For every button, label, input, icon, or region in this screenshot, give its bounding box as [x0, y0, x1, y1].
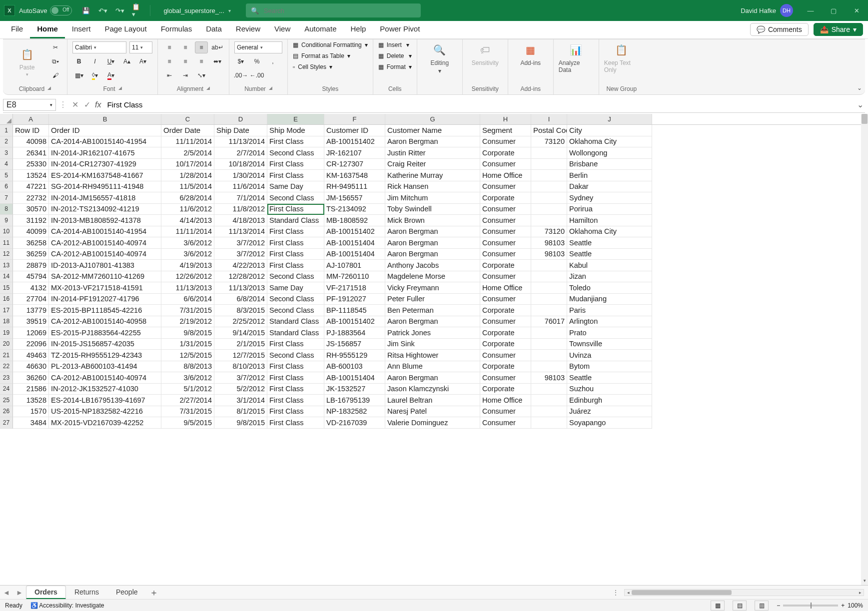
format-as-table-button[interactable]: ▤ Format as Table ▾ [293, 52, 368, 59]
column-header[interactable]: D [214, 114, 267, 124]
comments-button[interactable]: 💬 Comments [750, 23, 809, 36]
cell[interactable]: 73120 [531, 226, 567, 238]
cell[interactable]: Katherine Murray [385, 170, 480, 181]
editing-button[interactable]: 🔍Editing▾ [422, 41, 457, 74]
cell[interactable]: 73120 [531, 136, 567, 148]
cell-styles-button[interactable]: ▫ Cell Styles ▾ [293, 63, 368, 70]
cell[interactable]: Seattle [567, 249, 652, 260]
decrease-indent-button[interactable]: ⇤ [163, 69, 176, 81]
cell[interactable]: 1/31/2015 [161, 339, 214, 350]
cell[interactable]: CA-2014-AB10015140-41954 [49, 226, 161, 238]
column-header[interactable]: A [13, 114, 49, 124]
cell[interactable]: Toby Swindell [385, 204, 480, 215]
row-header[interactable]: 8 [0, 204, 13, 215]
cell[interactable]: Standard Class [267, 327, 324, 339]
cell[interactable]: Consumer [480, 350, 531, 361]
dialog-launcher-icon[interactable]: ◢ [206, 85, 210, 92]
cell[interactable]: Bytom [567, 361, 652, 373]
cell[interactable]: IN-2014-PF1912027-41796 [49, 294, 161, 305]
cell[interactable]: Second Class [267, 147, 324, 159]
cell[interactable]: Toledo [567, 282, 652, 294]
font-size-combo[interactable]: 11▾ [129, 41, 152, 53]
search-input[interactable] [263, 6, 416, 15]
row-header[interactable]: 15 [0, 282, 13, 294]
close-button[interactable]: ✕ [845, 0, 868, 21]
cell[interactable]: Same Day [267, 282, 324, 294]
cell[interactable]: Patrick Jones [385, 327, 480, 339]
cell[interactable]: IN-2014-CR127307-41929 [49, 159, 161, 170]
cell[interactable]: 3/7/2012 [214, 372, 267, 384]
cell[interactable]: 2/27/2014 [161, 395, 214, 406]
cell[interactable]: 3/1/2014 [214, 395, 267, 406]
row-header[interactable]: 11 [0, 237, 13, 249]
tab-insert[interactable]: Insert [65, 21, 98, 38]
cell[interactable]: Corporate [480, 147, 531, 159]
row-header[interactable]: 1 [0, 125, 13, 136]
column-header[interactable]: J [567, 114, 652, 124]
font-name-combo[interactable]: Calibri▾ [72, 41, 126, 53]
cell[interactable]: 12/28/2012 [214, 271, 267, 283]
redo-icon[interactable]: ↷▾ [115, 5, 125, 15]
cell[interactable]: Jason Klamczynski [385, 384, 480, 395]
cell[interactable]: 11/13/2014 [214, 136, 267, 148]
cell[interactable]: LB-16795139 [324, 395, 385, 406]
cell[interactable]: Seattle [567, 372, 652, 384]
file-name-chip[interactable]: global_superstore_... ▾ [163, 7, 230, 14]
cell[interactable]: First Class [267, 237, 324, 249]
row-header[interactable]: 14 [0, 271, 13, 283]
borders-button[interactable]: ▦▾ [72, 69, 85, 81]
save-icon[interactable]: 💾 [81, 5, 91, 15]
cell[interactable]: 7/31/2015 [161, 305, 214, 316]
fx-icon[interactable]: fx [95, 100, 101, 109]
cell[interactable]: AJ-107801 [324, 260, 385, 271]
cell[interactable]: Consumer [480, 237, 531, 249]
cell[interactable]: Home Office [480, 395, 531, 406]
cell[interactable]: 8/10/2013 [214, 361, 267, 373]
cell[interactable]: ID-2013-AJ107801-41383 [49, 260, 161, 271]
cell[interactable]: Juárez [567, 406, 652, 418]
cell[interactable] [531, 215, 567, 226]
wrap-text-button[interactable]: ab↵ [211, 41, 224, 53]
cell[interactable] [531, 170, 567, 181]
cell[interactable]: PF-1912027 [324, 294, 385, 305]
align-center-button[interactable]: ≡ [179, 55, 192, 67]
cell[interactable]: 9/5/2015 [161, 417, 214, 429]
cell[interactable] [531, 417, 567, 429]
cell[interactable]: Standard Class [267, 316, 324, 328]
cell[interactable] [531, 361, 567, 373]
add-sheet-button[interactable]: ＋ [146, 587, 161, 599]
row-header[interactable]: 9 [0, 215, 13, 226]
cell[interactable]: Consumer [480, 316, 531, 328]
scroll-thumb[interactable] [632, 590, 732, 595]
cell[interactable]: 4132 [13, 282, 49, 294]
row-header[interactable]: 5 [0, 170, 13, 181]
cell[interactable]: Corporate [480, 305, 531, 316]
cell[interactable]: Jizan [567, 271, 652, 283]
cell[interactable]: 3/6/2012 [161, 372, 214, 384]
row-header[interactable]: 3 [0, 147, 13, 159]
increase-font-button[interactable]: A▴ [120, 55, 133, 67]
cell[interactable]: 98103 [531, 237, 567, 249]
cell[interactable] [531, 294, 567, 305]
cell[interactable]: Aaron Bergman [385, 136, 480, 148]
cell[interactable]: Consumer [480, 159, 531, 170]
cell[interactable]: 22732 [13, 192, 49, 204]
cell[interactable]: 10/17/2014 [161, 159, 214, 170]
merge-button[interactable]: ⬌▾ [211, 55, 224, 67]
cell[interactable]: RH-9495111 [324, 181, 385, 193]
row-header[interactable]: 23 [0, 372, 13, 384]
row-header[interactable]: 13 [0, 260, 13, 271]
cell[interactable]: First Class [267, 339, 324, 350]
cell[interactable]: AB-100151402 [324, 316, 385, 328]
cell[interactable]: 11/13/2013 [161, 282, 214, 294]
cell[interactable]: Second Class [267, 305, 324, 316]
enter-formula-button[interactable]: ✓ [82, 100, 92, 109]
cell[interactable]: 2/5/2014 [161, 147, 214, 159]
accessibility-status[interactable]: ♿ Accessibility: Investigate [30, 602, 104, 609]
cell[interactable]: 2/1/2015 [214, 339, 267, 350]
cell[interactable] [531, 395, 567, 406]
cell[interactable]: 21586 [13, 384, 49, 395]
cell[interactable]: 6/8/2014 [214, 294, 267, 305]
cell[interactable]: 1/28/2014 [161, 170, 214, 181]
maximize-button[interactable]: ▢ [822, 0, 845, 21]
